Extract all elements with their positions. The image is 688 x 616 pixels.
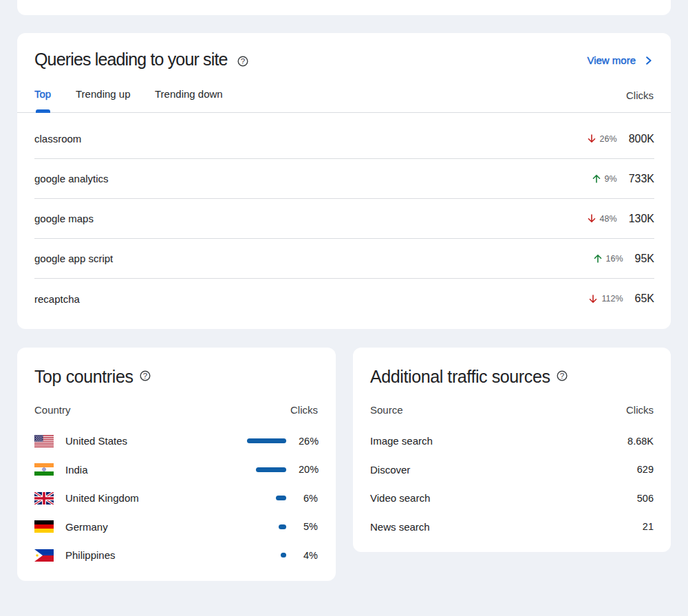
svg-text:?: ? <box>559 372 563 380</box>
svg-text:?: ? <box>240 57 244 65</box>
svg-text:?: ? <box>142 372 147 380</box>
